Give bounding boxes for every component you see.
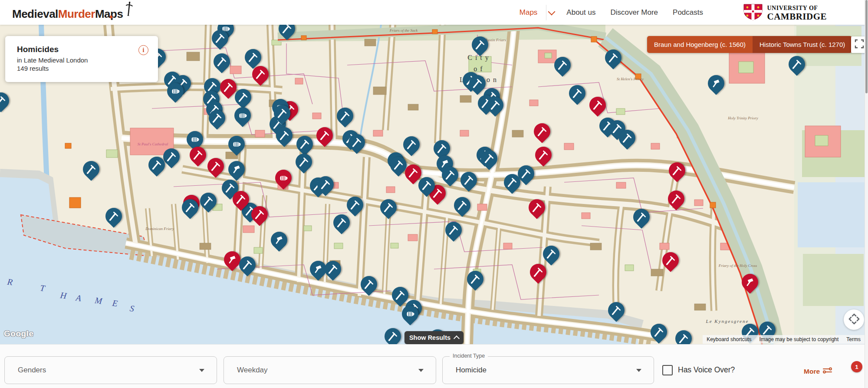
homicide-pin-sword[interactable]	[526, 260, 550, 284]
homicide-pin-sword[interactable]	[314, 173, 337, 196]
nav-item-podcasts[interactable]: Podcasts	[673, 8, 703, 17]
homicide-pin-sword[interactable]	[292, 150, 316, 174]
scrollbar-thumb[interactable]	[865, 0, 868, 93]
homicide-pin-fist[interactable]	[272, 166, 295, 190]
homicide-pin-hammer[interactable]	[738, 270, 762, 294]
homicide-pin-sword[interactable]	[664, 187, 688, 210]
homicide-pin-sword[interactable]	[665, 159, 689, 182]
map-canvas[interactable]: St Paul's CathedralDominican FriaryFriar…	[0, 25, 868, 344]
homicide-pin-sword[interactable]	[321, 257, 345, 281]
hammer-icon	[310, 261, 326, 277]
show-results-button[interactable]: Show Results	[404, 331, 464, 344]
homicide-pin-hammer[interactable]	[704, 72, 728, 95]
homicide-pin-fist[interactable]	[225, 132, 248, 156]
homicide-pin-sword[interactable]	[532, 143, 555, 167]
homicide-pin-sword[interactable]	[785, 53, 809, 76]
homicide-pin-sword[interactable]	[270, 102, 294, 125]
homicide-pin-sword[interactable]	[248, 203, 271, 226]
homicide-pin-sword[interactable]	[231, 85, 255, 109]
genders-dropdown[interactable]: Genders	[4, 356, 217, 384]
layer-button-historic-towns-trust[interactable]: Historic Towns Trust (c. 1270)	[753, 36, 852, 53]
homicide-pin-sword[interactable]	[186, 143, 210, 167]
homicide-pin-sword[interactable]	[477, 147, 501, 170]
university-of-cambridge-logo[interactable]: UNIVERSITY OF CAMBRIDGE	[743, 4, 827, 22]
homicide-pin-sword[interactable]	[514, 162, 538, 185]
more-filters-button[interactable]: More	[804, 367, 832, 376]
info-icon[interactable]: i	[138, 45, 148, 55]
homicide-pin-hammer[interactable]	[267, 228, 291, 252]
homicide-pin-fist[interactable]	[164, 79, 187, 103]
homicide-pin-sword[interactable]	[208, 26, 232, 50]
homicide-pin-sword[interactable]	[464, 267, 487, 291]
nav-item-discover-more[interactable]: Discover More	[610, 8, 658, 17]
homicide-pin-sword[interactable]	[525, 196, 549, 219]
homicide-pin-sword[interactable]	[586, 93, 609, 117]
homicide-pin-sword[interactable]	[415, 174, 438, 197]
homicide-pin-sword[interactable]	[197, 189, 220, 213]
homicide-pin-sword[interactable]	[566, 82, 589, 105]
homicide-pin-sword[interactable]	[205, 106, 229, 130]
page-scrollbar[interactable]	[865, 0, 868, 388]
homicide-pin-sword[interactable]	[457, 168, 480, 192]
keyboard-shortcuts-link[interactable]: Keyboard shortcuts	[703, 335, 755, 344]
sword-icon	[434, 140, 450, 157]
sword-icon	[296, 136, 313, 152]
homicide-pin-sword[interactable]	[442, 218, 465, 242]
more-label: More	[804, 368, 820, 375]
homicide-pin-sword[interactable]	[330, 211, 353, 234]
homicide-pin-sword[interactable]	[210, 50, 233, 73]
homicide-pin-sword[interactable]	[293, 132, 316, 156]
homicide-pin-hammer[interactable]	[225, 158, 248, 181]
homicide-pin-sword[interactable]	[79, 158, 103, 181]
homicide-pin-sword[interactable]	[357, 273, 381, 296]
weekday-dropdown[interactable]: Weekday	[224, 356, 436, 384]
homicide-pin-sword[interactable]	[102, 204, 125, 228]
homicide-pin-sword[interactable]	[345, 131, 368, 154]
homicide-pin-sword[interactable]	[468, 33, 492, 56]
hammer-icon	[708, 75, 724, 92]
homicide-pin-sword[interactable]	[178, 196, 202, 219]
homicide-pin-sword[interactable]	[615, 126, 639, 150]
sword-icon	[212, 30, 228, 46]
has-voice-over-checkbox[interactable]	[662, 365, 673, 375]
google-logo[interactable]: Google	[4, 329, 33, 339]
results-info-card: Homicides in Late Medieval London 149 re…	[5, 36, 158, 82]
layer-button-braun-hogenberg[interactable]: Braun and Hogenberg (c. 1560)	[647, 36, 753, 53]
homicide-pin-sword[interactable]	[313, 124, 336, 147]
homicide-pin-fist[interactable]	[231, 104, 254, 127]
sword-icon	[209, 110, 225, 126]
sword-icon	[333, 214, 350, 231]
homicide-pin-sword[interactable]	[145, 153, 168, 177]
homicide-pin-sword[interactable]	[530, 120, 554, 143]
homicide-pin-sword[interactable]	[551, 53, 574, 77]
homicide-pin-sword[interactable]	[483, 93, 507, 117]
homicide-pin-sword[interactable]	[539, 242, 563, 266]
terms-link[interactable]: Terms	[842, 335, 865, 344]
homicide-pin-sword[interactable]	[229, 187, 253, 211]
homicide-pin-sword[interactable]	[450, 194, 474, 217]
sword-icon	[467, 271, 483, 287]
homicide-pin-sword[interactable]	[249, 62, 272, 86]
homicide-pin-sword[interactable]	[647, 320, 671, 344]
homicide-pin-sword[interactable]	[343, 193, 367, 217]
homicide-pin-sword[interactable]	[273, 124, 296, 147]
homicide-pin-sword[interactable]	[377, 196, 400, 219]
homicide-pin-sword[interactable]	[438, 163, 462, 187]
homicide-pin-sword[interactable]	[602, 46, 625, 69]
sword-icon	[589, 97, 606, 113]
homicide-pin-sword[interactable]	[659, 249, 682, 272]
nav-item-about-us[interactable]: About us	[566, 8, 595, 17]
chevron-down-icon[interactable]	[548, 8, 556, 15]
homicide-pin-sword[interactable]	[630, 205, 653, 229]
site-logo[interactable]: MedievalMurderMaps	[12, 5, 134, 23]
homicide-pin-sword[interactable]	[333, 104, 357, 128]
homicide-pin-sword[interactable]	[605, 299, 628, 322]
incident-type-dropdown[interactable]: Incident Type Homicide	[442, 356, 654, 384]
homicide-pin-fist[interactable]	[398, 302, 422, 326]
pan-control-button[interactable]	[844, 309, 864, 330]
sword-icon	[472, 36, 488, 53]
homicide-pin-sword[interactable]	[400, 133, 423, 156]
homicide-pin-sword[interactable]	[204, 155, 227, 178]
nav-item-maps[interactable]: Maps	[519, 8, 538, 17]
homicide-pin-sword[interactable]	[236, 253, 259, 276]
